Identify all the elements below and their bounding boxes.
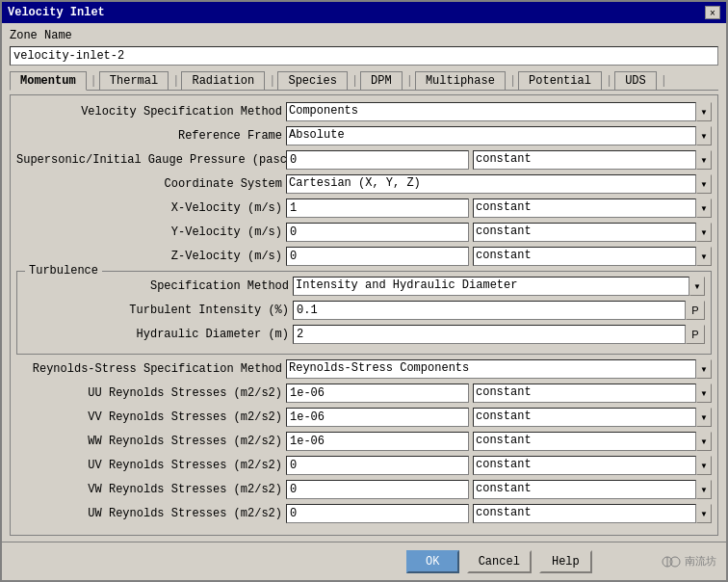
vw-input-col: constant ▼ <box>286 480 712 499</box>
watermark: 南流坊 <box>662 554 716 569</box>
tab-dpm[interactable]: DPM <box>360 71 403 90</box>
spec-method-select-wrapper: Intensity and Hydraulic Diameter ▼ <box>293 277 705 296</box>
watermark-text: 南流坊 <box>685 554 716 569</box>
uu-label: UU Reynolds Stresses (m2/s2) <box>16 386 286 400</box>
y-velocity-constant-display: constant <box>473 223 696 242</box>
reynolds-stress-spec-label: Reynolds-Stress Specification Method <box>16 362 286 376</box>
tabs-bar: Momentum | Thermal | Radiation | Species… <box>10 71 718 91</box>
ww-label: WW Reynolds Stresses (m2/s2) <box>16 435 286 448</box>
y-velocity-dropdown-btn[interactable]: ▼ <box>696 223 712 242</box>
x-velocity-label: X-Velocity (m/s) <box>16 201 286 215</box>
tab-momentum[interactable]: Momentum <box>10 71 87 91</box>
uv-constant-display: constant <box>473 456 696 475</box>
supersonic-constant-display: constant <box>473 150 696 170</box>
turbulence-legend: Turbulence <box>25 264 102 278</box>
title-bar: Velocity Inlet × <box>2 2 726 23</box>
tab-radiation[interactable]: Radiation <box>181 71 265 90</box>
hydraulic-diameter-input-col: P <box>293 325 705 344</box>
uw-dropdown-btn[interactable]: ▼ <box>696 504 712 523</box>
z-velocity-dropdown-btn[interactable]: ▼ <box>696 247 712 266</box>
uu-row: UU Reynolds Stresses (m2/s2) constant ▼ <box>16 383 712 404</box>
ww-input-col: constant ▼ <box>286 432 712 451</box>
supersonic-input-col: constant ▼ <box>286 150 712 170</box>
cancel-button[interactable]: Cancel <box>467 550 532 573</box>
ww-input[interactable] <box>286 432 469 451</box>
vw-row: VW Reynolds Stresses (m2/s2) constant ▼ <box>16 479 712 500</box>
ww-dropdown-btn[interactable]: ▼ <box>696 432 712 451</box>
watermark-icon <box>662 554 681 569</box>
uw-constant-display: constant <box>473 504 696 523</box>
spec-method-dropdown-btn[interactable]: ▼ <box>689 277 705 296</box>
tab-potential[interactable]: Potential <box>518 71 602 90</box>
uv-input[interactable] <box>286 456 469 475</box>
z-velocity-input[interactable] <box>286 247 469 266</box>
reynolds-stress-spec-dropdown-btn[interactable]: ▼ <box>696 359 712 379</box>
z-velocity-constant-display: constant <box>473 247 696 266</box>
turbulent-intensity-input[interactable] <box>293 301 686 320</box>
x-velocity-input-col: constant ▼ <box>286 198 712 218</box>
hydraulic-diameter-input[interactable] <box>293 325 686 344</box>
spec-method-row: Specification Method Intensity and Hydra… <box>23 276 705 297</box>
spec-method-input: Intensity and Hydraulic Diameter ▼ <box>293 277 705 296</box>
tab-thermal[interactable]: Thermal <box>99 71 169 90</box>
velocity-spec-dropdown-btn[interactable]: ▼ <box>696 102 712 121</box>
vv-constant-display: constant <box>473 408 696 427</box>
form-area: Velocity Specification Method Components… <box>10 94 718 536</box>
reference-frame-dropdown-btn[interactable]: ▼ <box>696 126 712 146</box>
reference-frame-row: Reference Frame Absolute ▼ <box>16 125 712 146</box>
tab-multiphase[interactable]: Multiphase <box>415 71 506 90</box>
uw-input[interactable] <box>286 504 469 523</box>
x-velocity-input[interactable] <box>286 198 469 218</box>
vw-label: VW Reynolds Stresses (m2/s2) <box>16 483 286 496</box>
supersonic-row: Supersonic/Initial Gauge Pressure (pasca… <box>16 149 712 171</box>
zone-name-input[interactable] <box>10 46 718 66</box>
bottom-bar: OK Cancel Help 南流坊 <box>2 542 726 580</box>
turbulent-intensity-p-btn[interactable]: P <box>686 301 705 320</box>
vw-input[interactable] <box>286 480 469 499</box>
tab-species[interactable]: Species <box>277 71 347 90</box>
y-velocity-label: Y-Velocity (m/s) <box>16 225 286 239</box>
vv-dropdown-btn[interactable]: ▼ <box>696 408 712 427</box>
reynolds-stress-spec-select-wrapper: Reynolds-Stress Components ▼ <box>286 359 712 379</box>
x-velocity-row: X-Velocity (m/s) constant ▼ <box>16 198 712 219</box>
window-content: Zone Name Momentum | Thermal | Radiation… <box>2 23 726 542</box>
tab-sep-8: | <box>659 71 669 90</box>
hydraulic-diameter-p-btn[interactable]: P <box>686 325 705 344</box>
tab-sep-4: | <box>350 71 360 90</box>
coordinate-system-label: Coordinate System <box>16 177 286 191</box>
ok-button[interactable]: OK <box>406 550 459 573</box>
x-velocity-dropdown-btn[interactable]: ▼ <box>696 198 712 218</box>
uw-row: UW Reynolds Stresses (m2/s2) constant ▼ <box>16 503 712 524</box>
uu-input[interactable] <box>286 384 469 403</box>
tab-uds[interactable]: UDS <box>614 71 657 90</box>
supersonic-input[interactable] <box>286 150 469 170</box>
bottom-buttons: OK Cancel Help <box>337 550 663 573</box>
turbulent-intensity-input-col: P <box>293 301 705 320</box>
uv-dropdown-btn[interactable]: ▼ <box>696 456 712 475</box>
z-velocity-label: Z-Velocity (m/s) <box>16 250 286 263</box>
uu-dropdown-btn[interactable]: ▼ <box>696 384 712 403</box>
velocity-spec-display: Components <box>286 102 696 121</box>
coordinate-system-display: Cartesian (X, Y, Z) <box>286 174 696 194</box>
reynolds-stress-spec-row: Reynolds-Stress Specification Method Rey… <box>16 358 712 380</box>
window-title: Velocity Inlet <box>8 6 105 19</box>
main-window: Velocity Inlet × Zone Name Momentum | Th… <box>0 0 728 582</box>
reynolds-stress-spec-input: Reynolds-Stress Components ▼ <box>286 359 712 379</box>
tab-sep-3: | <box>267 71 277 90</box>
supersonic-dropdown-btn[interactable]: ▼ <box>696 150 712 170</box>
spec-method-label: Specification Method <box>23 279 293 293</box>
vw-dropdown-btn[interactable]: ▼ <box>696 480 712 499</box>
help-button[interactable]: Help <box>539 550 592 573</box>
coordinate-system-row: Coordinate System Cartesian (X, Y, Z) ▼ <box>16 173 712 195</box>
coordinate-system-dropdown-btn[interactable]: ▼ <box>696 174 712 194</box>
uw-input-col: constant ▼ <box>286 504 712 523</box>
velocity-spec-row: Velocity Specification Method Components… <box>16 101 712 122</box>
velocity-spec-select-wrapper: Components ▼ <box>286 102 712 121</box>
vv-input[interactable] <box>286 408 469 427</box>
z-velocity-row: Z-Velocity (m/s) constant ▼ <box>16 246 712 267</box>
tab-sep-6: | <box>507 71 518 90</box>
close-button[interactable]: × <box>705 6 720 19</box>
tab-sep-2: | <box>170 71 181 90</box>
y-velocity-input[interactable] <box>286 223 469 242</box>
turbulent-intensity-row: Turbulent Intensity (%) P <box>23 300 705 321</box>
